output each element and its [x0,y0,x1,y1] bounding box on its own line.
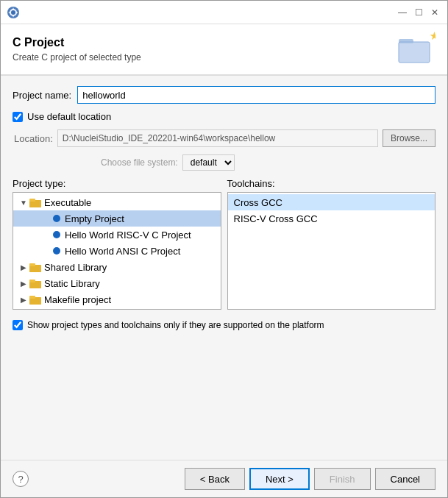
folder-icon-static [29,278,41,288]
project-type-col: Project type: ▼ Executable ▷ [13,178,221,310]
two-col: Project type: ▼ Executable ▷ [13,178,435,310]
svg-rect-16 [29,265,41,272]
header-text: C Project Create C project of selected t… [13,36,141,63]
tree-label-shared-library: Shared Library [44,262,107,273]
list-label-riscv-cross-gcc: RISC-V Cross GCC [234,213,318,224]
next-button[interactable]: Next > [249,468,310,490]
title-bar-left [7,6,20,19]
back-button[interactable]: < Back [185,468,245,490]
location-label: Location: [14,133,53,144]
tree-item-makefile[interactable]: ▶ Makefile project [13,291,221,307]
toolchains-list[interactable]: Cross GCC RISC-V Cross GCC [227,192,436,310]
platform-filter-checkbox[interactable] [13,320,23,330]
project-type-tree[interactable]: ▼ Executable ▷ Empty Project [13,192,221,310]
use-default-location-label: Use default location [27,111,111,122]
maximize-button[interactable]: ☐ [412,6,425,19]
dialog-title: C Project [13,36,141,49]
dot-icon-ansi [53,247,60,255]
dot-icon-empty [53,215,60,222]
expand-icon-makefile: ▶ [19,295,28,304]
tree-label-empty-project: Empty Project [65,213,124,224]
svg-rect-19 [29,281,41,288]
title-bar-controls: — ☐ ✕ [396,6,441,19]
help-button[interactable]: ? [13,471,29,487]
use-default-location-row: Use default location [13,111,435,122]
project-name-label: Project name: [13,90,71,101]
location-input[interactable] [57,129,378,147]
list-item-riscv-cross-gcc[interactable]: RISC-V Cross GCC [228,210,435,227]
tree-item-executable[interactable]: ▼ Executable [13,194,221,210]
browse-button[interactable]: Browse... [383,129,435,147]
folder-icon-executable [29,197,41,207]
tree-label-hello-ansi: Hello World ANSI C Project [65,246,180,257]
tree-label-static-library: Static Library [44,278,100,289]
tree-item-static-library[interactable]: ▶ Static Library [13,275,221,291]
cancel-button[interactable]: Cancel [375,468,435,490]
tree-label-makefile: Makefile project [44,294,111,305]
project-type-label: Project type: [13,178,221,189]
location-row: Location: Browse... [13,129,435,147]
project-name-input[interactable] [77,86,435,104]
button-row: ? < Back Next > Finish Cancel [1,460,447,497]
filesystem-row: Choose file system: default [13,154,435,171]
app-icon [7,6,20,19]
tree-label-executable: Executable [44,197,91,208]
platform-filter-label: Show project types and toolchains only i… [27,320,324,330]
tree-item-hello-ansi[interactable]: ▷ Hello World ANSI C Project [13,243,221,259]
expand-icon-executable: ▼ [19,198,28,207]
tree-item-hello-riscv[interactable]: ▷ Hello World RISC-V C Project [13,227,221,243]
tree-item-shared-library[interactable]: ▶ Shared Library [13,259,221,275]
header-section: C Project Create C project of selected t… [1,24,447,76]
finish-button[interactable]: Finish [314,468,371,490]
folder-icon-makefile [29,294,41,305]
filesystem-label: Choose file system: [101,157,178,168]
svg-rect-22 [29,297,41,305]
tree-label-hello-riscv: Hello World RISC-V C Project [65,230,191,241]
toolchains-col: Toolchains: Cross GCC RISC-V Cross GCC [227,178,436,310]
list-item-cross-gcc[interactable]: Cross GCC [228,194,435,210]
dot-icon-riscv [53,231,60,238]
header-icon [397,32,435,67]
close-button[interactable]: ✕ [428,6,441,19]
expand-icon-static: ▶ [19,279,28,288]
tree-item-empty-project[interactable]: ▷ Empty Project [13,210,221,227]
bottom-checkbox-row: Show project types and toolchains only i… [13,320,435,330]
svg-marker-10 [430,32,435,40]
list-label-cross-gcc: Cross GCC [234,197,282,208]
title-bar: — ☐ ✕ [1,1,447,24]
folder-icon-shared [29,262,41,272]
toolchains-label: Toolchains: [227,178,436,189]
use-default-location-checkbox[interactable] [13,112,23,122]
filesystem-select[interactable]: default [182,154,235,171]
dialog: — ☐ ✕ C Project Create C project of sele… [0,0,448,498]
svg-point-2 [11,10,15,15]
dialog-subtitle: Create C project of selected type [13,52,141,63]
content: Project name: Use default location Locat… [1,76,447,341]
expand-icon-shared: ▶ [19,263,28,271]
spacer [1,341,447,460]
project-name-row: Project name: [13,86,435,104]
svg-rect-7 [399,42,430,63]
svg-rect-13 [29,200,41,207]
minimize-button[interactable]: — [396,6,409,19]
btn-group: < Back Next > Finish Cancel [185,468,435,490]
svg-rect-8 [399,39,413,43]
